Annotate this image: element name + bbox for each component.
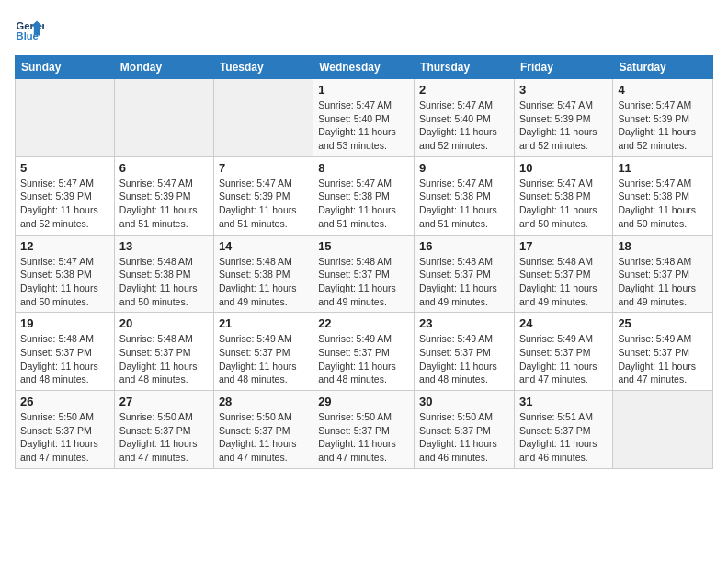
calendar-cell: 28Sunrise: 5:50 AMSunset: 5:37 PMDayligh… bbox=[213, 391, 313, 469]
day-info: Sunrise: 5:49 AMSunset: 5:37 PMDaylight:… bbox=[219, 332, 308, 386]
day-info: Sunrise: 5:47 AMSunset: 5:38 PMDaylight:… bbox=[318, 177, 409, 231]
day-info: Sunrise: 5:49 AMSunset: 5:37 PMDaylight:… bbox=[419, 332, 509, 386]
day-number: 15 bbox=[318, 239, 409, 253]
day-info: Sunrise: 5:50 AMSunset: 5:37 PMDaylight:… bbox=[20, 410, 109, 465]
day-info: Sunrise: 5:48 AMSunset: 5:37 PMDaylight:… bbox=[618, 255, 708, 309]
day-number: 27 bbox=[119, 395, 209, 408]
weekday-header-saturday: Saturday bbox=[613, 56, 713, 79]
calendar-cell bbox=[114, 79, 213, 157]
calendar-cell: 24Sunrise: 5:49 AMSunset: 5:37 PMDayligh… bbox=[514, 313, 612, 391]
day-info: Sunrise: 5:48 AMSunset: 5:37 PMDaylight:… bbox=[20, 332, 109, 386]
calendar-cell: 20Sunrise: 5:48 AMSunset: 5:37 PMDayligh… bbox=[114, 313, 213, 391]
day-number: 21 bbox=[219, 316, 308, 330]
calendar-cell: 17Sunrise: 5:48 AMSunset: 5:37 PMDayligh… bbox=[514, 235, 612, 313]
calendar-week-5: 26Sunrise: 5:50 AMSunset: 5:37 PMDayligh… bbox=[16, 391, 713, 469]
calendar-week-3: 12Sunrise: 5:47 AMSunset: 5:38 PMDayligh… bbox=[16, 235, 713, 313]
weekday-header-friday: Friday bbox=[514, 56, 612, 79]
day-info: Sunrise: 5:47 AMSunset: 5:38 PMDaylight:… bbox=[618, 177, 708, 231]
calendar-cell: 23Sunrise: 5:49 AMSunset: 5:37 PMDayligh… bbox=[415, 313, 515, 391]
calendar-cell: 9Sunrise: 5:47 AMSunset: 5:38 PMDaylight… bbox=[415, 156, 515, 235]
day-info: Sunrise: 5:51 AMSunset: 5:37 PMDaylight:… bbox=[519, 410, 608, 465]
calendar-cell: 21Sunrise: 5:49 AMSunset: 5:37 PMDayligh… bbox=[213, 313, 313, 391]
day-number: 18 bbox=[618, 239, 708, 253]
day-info: Sunrise: 5:48 AMSunset: 5:38 PMDaylight:… bbox=[219, 255, 308, 309]
day-number: 30 bbox=[419, 395, 509, 408]
calendar-cell: 11Sunrise: 5:47 AMSunset: 5:38 PMDayligh… bbox=[613, 156, 713, 235]
calendar-cell: 22Sunrise: 5:49 AMSunset: 5:37 PMDayligh… bbox=[313, 313, 415, 391]
day-number: 11 bbox=[618, 161, 708, 175]
day-number: 29 bbox=[318, 395, 409, 408]
calendar-cell: 26Sunrise: 5:50 AMSunset: 5:37 PMDayligh… bbox=[16, 391, 115, 469]
day-info: Sunrise: 5:48 AMSunset: 5:37 PMDaylight:… bbox=[519, 255, 608, 309]
day-info: Sunrise: 5:48 AMSunset: 5:38 PMDaylight:… bbox=[119, 255, 209, 309]
calendar-cell: 2Sunrise: 5:47 AMSunset: 5:40 PMDaylight… bbox=[415, 79, 515, 157]
calendar-cell: 15Sunrise: 5:48 AMSunset: 5:37 PMDayligh… bbox=[313, 235, 415, 313]
day-info: Sunrise: 5:47 AMSunset: 5:38 PMDaylight:… bbox=[519, 177, 608, 231]
weekday-header-wednesday: Wednesday bbox=[313, 56, 415, 79]
day-info: Sunrise: 5:49 AMSunset: 5:37 PMDaylight:… bbox=[519, 332, 608, 386]
day-info: Sunrise: 5:49 AMSunset: 5:37 PMDaylight:… bbox=[318, 332, 409, 386]
day-info: Sunrise: 5:48 AMSunset: 5:37 PMDaylight:… bbox=[119, 332, 209, 386]
day-info: Sunrise: 5:47 AMSunset: 5:38 PMDaylight:… bbox=[419, 177, 509, 231]
calendar-cell: 18Sunrise: 5:48 AMSunset: 5:37 PMDayligh… bbox=[613, 235, 713, 313]
day-number: 14 bbox=[219, 239, 308, 253]
page-header: General Blue bbox=[15, 15, 713, 44]
day-number: 25 bbox=[618, 316, 708, 330]
calendar-cell: 4Sunrise: 5:47 AMSunset: 5:39 PMDaylight… bbox=[613, 79, 713, 157]
day-number: 24 bbox=[519, 316, 608, 330]
calendar-cell: 5Sunrise: 5:47 AMSunset: 5:39 PMDaylight… bbox=[16, 156, 115, 235]
calendar-cell: 1Sunrise: 5:47 AMSunset: 5:40 PMDaylight… bbox=[313, 79, 415, 157]
calendar-cell: 30Sunrise: 5:50 AMSunset: 5:37 PMDayligh… bbox=[415, 391, 515, 469]
day-info: Sunrise: 5:47 AMSunset: 5:39 PMDaylight:… bbox=[20, 177, 109, 231]
day-number: 23 bbox=[419, 316, 509, 330]
day-number: 4 bbox=[618, 83, 708, 97]
weekday-header-row: SundayMondayTuesdayWednesdayThursdayFrid… bbox=[16, 56, 713, 79]
calendar-table: SundayMondayTuesdayWednesdayThursdayFrid… bbox=[15, 55, 713, 469]
day-number: 8 bbox=[318, 161, 409, 175]
weekday-header-sunday: Sunday bbox=[16, 56, 115, 79]
day-number: 7 bbox=[219, 161, 308, 175]
logo: General Blue bbox=[15, 15, 48, 44]
day-number: 19 bbox=[20, 316, 109, 330]
day-info: Sunrise: 5:48 AMSunset: 5:37 PMDaylight:… bbox=[419, 255, 509, 309]
day-number: 12 bbox=[20, 239, 109, 253]
day-info: Sunrise: 5:49 AMSunset: 5:37 PMDaylight:… bbox=[618, 332, 708, 386]
day-number: 20 bbox=[119, 316, 209, 330]
day-number: 26 bbox=[20, 395, 109, 408]
calendar-cell: 14Sunrise: 5:48 AMSunset: 5:38 PMDayligh… bbox=[213, 235, 313, 313]
calendar-header: SundayMondayTuesdayWednesdayThursdayFrid… bbox=[16, 56, 713, 79]
calendar-week-1: 1Sunrise: 5:47 AMSunset: 5:40 PMDaylight… bbox=[16, 79, 713, 157]
day-info: Sunrise: 5:50 AMSunset: 5:37 PMDaylight:… bbox=[119, 410, 209, 465]
calendar-cell bbox=[613, 391, 713, 469]
calendar-cell bbox=[213, 79, 313, 157]
day-info: Sunrise: 5:47 AMSunset: 5:39 PMDaylight:… bbox=[219, 177, 308, 231]
day-number: 3 bbox=[519, 83, 608, 97]
calendar-cell: 31Sunrise: 5:51 AMSunset: 5:37 PMDayligh… bbox=[514, 391, 612, 469]
weekday-header-thursday: Thursday bbox=[415, 56, 515, 79]
calendar-cell: 7Sunrise: 5:47 AMSunset: 5:39 PMDaylight… bbox=[213, 156, 313, 235]
day-number: 13 bbox=[119, 239, 209, 253]
calendar-cell: 19Sunrise: 5:48 AMSunset: 5:37 PMDayligh… bbox=[16, 313, 115, 391]
calendar-cell: 16Sunrise: 5:48 AMSunset: 5:37 PMDayligh… bbox=[415, 235, 515, 313]
day-info: Sunrise: 5:47 AMSunset: 5:40 PMDaylight:… bbox=[419, 98, 509, 153]
calendar-body: 1Sunrise: 5:47 AMSunset: 5:40 PMDaylight… bbox=[16, 79, 713, 469]
day-number: 16 bbox=[419, 239, 509, 253]
day-number: 5 bbox=[20, 161, 109, 175]
day-info: Sunrise: 5:47 AMSunset: 5:39 PMDaylight:… bbox=[618, 98, 708, 153]
weekday-header-monday: Monday bbox=[114, 56, 213, 79]
day-number: 17 bbox=[519, 239, 608, 253]
calendar-cell: 6Sunrise: 5:47 AMSunset: 5:39 PMDaylight… bbox=[114, 156, 213, 235]
day-number: 1 bbox=[318, 83, 409, 97]
day-info: Sunrise: 5:50 AMSunset: 5:37 PMDaylight:… bbox=[318, 410, 409, 465]
day-number: 22 bbox=[318, 316, 409, 330]
calendar-cell: 13Sunrise: 5:48 AMSunset: 5:38 PMDayligh… bbox=[114, 235, 213, 313]
day-info: Sunrise: 5:48 AMSunset: 5:37 PMDaylight:… bbox=[318, 255, 409, 309]
calendar-week-4: 19Sunrise: 5:48 AMSunset: 5:37 PMDayligh… bbox=[16, 313, 713, 391]
day-info: Sunrise: 5:47 AMSunset: 5:39 PMDaylight:… bbox=[119, 177, 209, 231]
calendar-cell: 10Sunrise: 5:47 AMSunset: 5:38 PMDayligh… bbox=[514, 156, 612, 235]
day-number: 2 bbox=[419, 83, 509, 97]
weekday-header-tuesday: Tuesday bbox=[213, 56, 313, 79]
day-number: 9 bbox=[419, 161, 509, 175]
logo-icon: General Blue bbox=[15, 15, 44, 44]
calendar-cell: 3Sunrise: 5:47 AMSunset: 5:39 PMDaylight… bbox=[514, 79, 612, 157]
